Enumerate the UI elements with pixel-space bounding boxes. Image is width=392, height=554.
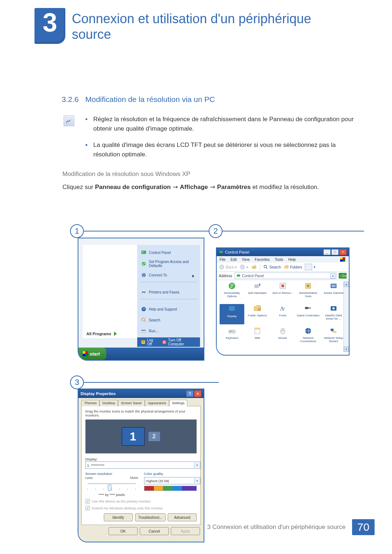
- address-value: Control Panel: [242, 274, 264, 278]
- startmenu-printers[interactable]: Printers and Faxes: [139, 287, 198, 297]
- control-panel-item[interactable]: Adobe Gamma: [321, 282, 346, 302]
- startmenu-item-label: Search: [149, 318, 160, 322]
- more-label: More: [130, 476, 138, 480]
- chevron-down-icon[interactable]: ▾: [330, 274, 335, 279]
- footer-text: 3 Connexion et utilisation d'un périphér…: [207, 524, 346, 531]
- back-button[interactable]: Back ▾: [219, 264, 237, 270]
- cp-item-label: Game Controllers: [297, 314, 320, 317]
- startmenu-control-panel[interactable]: Control Panel: [139, 247, 198, 258]
- svg-rect-34: [305, 307, 309, 309]
- forward-button[interactable]: ▾: [240, 264, 248, 270]
- go-button[interactable]: → Go: [339, 273, 347, 279]
- advanced-button[interactable]: Advanced: [168, 513, 197, 521]
- control-panel-item[interactable]: Network Setup Wizard: [321, 327, 346, 347]
- turnoff-button[interactable]: Turn Off Computer: [162, 338, 196, 346]
- menu-file[interactable]: File: [220, 258, 225, 262]
- chapter-number-badge: 3: [34, 8, 65, 44]
- control-panel-item[interactable]: Network Connections: [296, 327, 320, 347]
- tab-settings[interactable]: Settings: [169, 400, 187, 406]
- maximize-button[interactable]: □: [331, 249, 339, 255]
- resolution-slider[interactable]: [85, 483, 138, 492]
- search-button[interactable]: Search: [263, 264, 281, 270]
- startmenu-help[interactable]: ? Help and Support: [139, 304, 198, 315]
- start-button[interactable]: start: [78, 348, 106, 360]
- menu-view[interactable]: View: [242, 258, 250, 262]
- svg-point-17: [240, 264, 245, 269]
- control-panel-item[interactable]: Add or Remov...: [270, 282, 295, 302]
- svg-rect-21: [254, 284, 259, 288]
- startmenu-connect-to[interactable]: Connect To: [139, 270, 198, 280]
- troubleshoot-button[interactable]: Troubleshoot...: [135, 513, 166, 521]
- cp-item-icon: [329, 282, 338, 290]
- scroll-up-icon[interactable]: ▴: [344, 282, 349, 287]
- startmenu-item-label: Help and Support: [149, 307, 177, 311]
- scroll-down-icon[interactable]: ▾: [344, 346, 349, 352]
- menu-tools[interactable]: Tools: [275, 258, 283, 262]
- cancel-button[interactable]: Cancel: [140, 527, 169, 535]
- tab-appearance[interactable]: Appearance: [145, 400, 169, 406]
- control-panel-item[interactable]: Folder Options: [245, 304, 270, 324]
- control-panel-item[interactable]: Keyboard: [220, 327, 244, 347]
- display-label: Display:: [85, 457, 197, 461]
- address-field[interactable]: Control Panel ▾: [234, 272, 336, 279]
- menu-favorites[interactable]: Favorites: [255, 258, 270, 262]
- close-button[interactable]: ×: [339, 249, 347, 255]
- identify-button[interactable]: Identify: [104, 513, 133, 521]
- cp-item-icon: [329, 327, 338, 335]
- color-spectrum-bar: [144, 486, 197, 491]
- startmenu-search[interactable]: Search: [139, 315, 198, 325]
- tab-screensaver[interactable]: Screen Saver: [118, 400, 145, 406]
- monitor-layout[interactable]: 1 2: [85, 419, 197, 454]
- control-panel-item[interactable]: Game Controllers: [296, 304, 320, 324]
- cp-item-label: Intel(R) GMA Driver for ...: [321, 314, 346, 320]
- color-quality-select[interactable]: Highest (32 bit) ▾: [144, 477, 201, 484]
- startmenu-run[interactable]: Run...: [139, 325, 198, 336]
- control-panel-icon: [236, 274, 241, 278]
- tabs: Themes Desktop Screen Saver Appearance S…: [81, 399, 201, 406]
- svg-rect-40: [232, 331, 232, 332]
- startmenu-program-access[interactable]: Set Program Access and Defaults: [139, 258, 198, 270]
- menu-help[interactable]: Help: [288, 258, 296, 262]
- views-button[interactable]: [305, 264, 312, 270]
- control-panel-item[interactable]: Mail: [245, 327, 270, 347]
- run-icon: [141, 328, 147, 334]
- svg-point-18: [264, 265, 267, 268]
- ok-button[interactable]: OK: [109, 527, 138, 535]
- startmenu-item-label: Run...: [149, 329, 159, 333]
- control-panel-item[interactable]: Display: [220, 304, 244, 324]
- slider-thumb[interactable]: [108, 484, 111, 491]
- control-panel-item[interactable]: Accessibility Options: [220, 282, 244, 302]
- control-panel-item[interactable]: Intel(R) GMA Driver for ...: [321, 304, 346, 324]
- tab-themes[interactable]: Themes: [81, 400, 99, 406]
- cp-item-icon: [304, 327, 313, 335]
- scrollbar[interactable]: ▴ ▾: [343, 282, 349, 352]
- svg-point-36: [332, 307, 335, 309]
- startmenu-all-programs[interactable]: All Programs: [86, 332, 117, 336]
- control-panel-item[interactable]: AaFonts: [270, 304, 295, 324]
- control-panel-item[interactable]: Administrative Tools: [296, 282, 320, 302]
- cp-item-label: Mouse: [278, 336, 287, 340]
- minimize-button[interactable]: _: [323, 249, 331, 255]
- folders-button[interactable]: Folders: [284, 264, 302, 270]
- address-label: Address: [219, 274, 232, 278]
- cp-item-label: Mail: [255, 336, 260, 340]
- apply-button[interactable]: Apply: [171, 527, 200, 535]
- monitor-2[interactable]: 2: [148, 431, 161, 442]
- up-button[interactable]: [251, 264, 257, 270]
- logoff-button[interactable]: Log Off: [141, 338, 158, 346]
- monitor-1[interactable]: 1: [122, 427, 145, 446]
- svg-point-25: [307, 285, 309, 287]
- help-button[interactable]: ?: [186, 390, 193, 397]
- control-panel-item[interactable]: Add Hardware: [245, 282, 270, 302]
- menu-edit[interactable]: Edit: [230, 258, 237, 262]
- tab-desktop[interactable]: Desktop: [99, 400, 118, 406]
- control-panel-icon: [219, 250, 223, 254]
- svg-rect-5: [143, 290, 144, 291]
- close-button[interactable]: ×: [194, 390, 201, 397]
- svg-rect-0: [142, 251, 146, 254]
- control-panel-item[interactable]: Mouse: [270, 327, 295, 347]
- display-select[interactable]: 1. ********** ▾: [85, 461, 200, 469]
- callout-1: 1: [70, 224, 219, 238]
- svg-rect-15: [220, 251, 223, 253]
- chapter-number: 3: [42, 9, 57, 36]
